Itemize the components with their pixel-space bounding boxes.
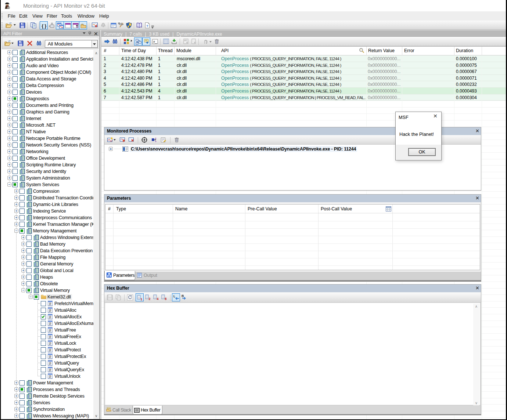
svg-text:M: M xyxy=(8,7,9,9)
svg-text:1: 1 xyxy=(141,297,143,301)
svg-text:#_: #_ xyxy=(153,40,157,44)
svg-text:2: 2 xyxy=(149,297,151,301)
svg-text:API: API xyxy=(184,39,187,41)
svg-text:8: 8 xyxy=(165,297,167,301)
svg-text:4: 4 xyxy=(157,297,159,301)
svg-text:B: B xyxy=(181,294,184,298)
svg-text:{ }: { } xyxy=(42,23,47,29)
svg-text:?: ? xyxy=(146,24,148,28)
svg-text:L: L xyxy=(173,294,176,298)
